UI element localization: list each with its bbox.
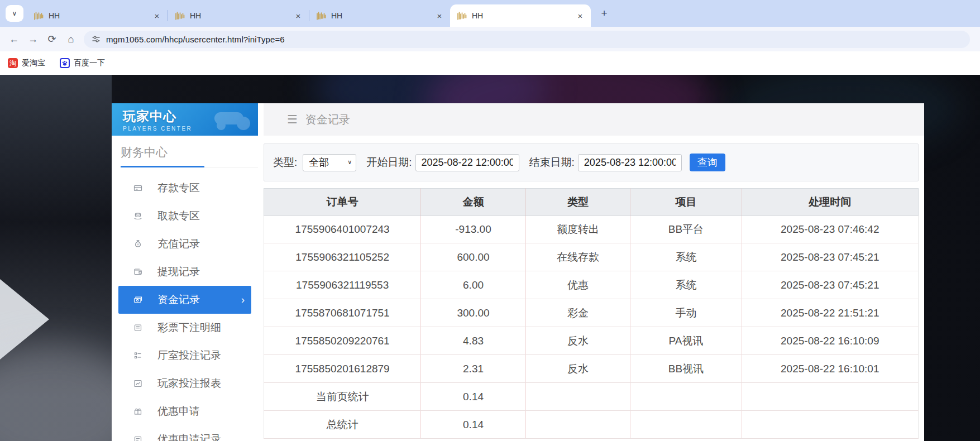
site-settings-icon[interactable] (92, 35, 101, 44)
site-favicon (175, 12, 185, 20)
cell-page-total-label: 当前页统计 (264, 383, 421, 411)
close-icon[interactable]: × (575, 11, 585, 21)
baidu-paw-icon (60, 58, 70, 68)
table-row: 1755906401007243 -913.00 额度转出 BB平台 2025-… (264, 215, 919, 243)
sidebar: 玩家中心 PLAYERS CENTER 财务中心 (112, 103, 258, 441)
tab-search-button[interactable]: ∨ (6, 5, 23, 22)
cell-item: PA视讯 (630, 327, 742, 355)
sidebar-item-lottery-bet-details[interactable]: 彩票下注明细 (112, 314, 258, 342)
sidebar-item-withdrawal-records[interactable]: 提现记录 (112, 258, 258, 286)
cell-order-number: 1755906321105252 (264, 243, 421, 271)
sidebar-item-label: 厅室投注记录 (157, 348, 221, 363)
cell-type: 额度转出 (525, 215, 630, 243)
cell-grand-total-label: 总统计 (264, 411, 421, 439)
browser-tab-2[interactable]: HH × (168, 4, 309, 27)
cell-amount: 6.00 (421, 271, 526, 299)
sidebar-item-fund-records-active[interactable]: 资金记录 › (118, 286, 251, 314)
sidebar-item-withdraw-zone[interactable]: 取款专区 (112, 202, 258, 230)
tab-title: HH (190, 11, 293, 20)
cell-type (525, 411, 630, 439)
table-row-grand-total: 总统计 0.14 (264, 411, 919, 439)
finance-center-section-title: 财务中心 (121, 145, 258, 160)
new-tab-button[interactable]: + (596, 6, 612, 21)
search-button[interactable]: 查询 (690, 154, 725, 171)
sidebar-item-label: 存款专区 (157, 181, 200, 195)
cell-item: 系统 (630, 271, 742, 299)
chevron-down-icon: ∨ (12, 9, 17, 17)
end-date-label: 结束日期: (529, 155, 575, 170)
sidebar-item-promo-application[interactable]: 优惠申请 (112, 397, 258, 425)
fund-records-table: 订单号 金额 类型 项目 处理时间 1755906401007243 -913.… (264, 188, 919, 439)
sidebar-item-player-bet-report[interactable]: 玩家投注报表 (112, 370, 258, 397)
sidebar-item-label: 彩票下注明细 (157, 320, 221, 335)
bookmark-baidu[interactable]: 百度一下 (60, 58, 105, 68)
cell-amount: 4.83 (421, 327, 526, 355)
forward-button[interactable]: → (23, 30, 42, 49)
gift-icon (133, 407, 144, 416)
header-process-time: 处理时间 (742, 189, 918, 215)
cell-amount: 2.31 (421, 355, 526, 383)
type-select[interactable]: 全部 (303, 154, 356, 171)
chevron-right-icon: › (241, 294, 245, 306)
cell-type: 在线存款 (525, 243, 630, 271)
section-divider (121, 167, 258, 167)
cell-amount: 0.14 (421, 383, 526, 411)
cash-icon (133, 295, 144, 304)
reload-button[interactable]: ⟳ (42, 30, 61, 49)
content-area: 类型: 全部 ∨ 开始日期: 结束日期: 查询 (258, 136, 924, 439)
browser-tab-3[interactable]: HH × (309, 4, 450, 27)
hamburger-menu-icon[interactable]: ☰ (287, 113, 298, 126)
cell-order-number: 1755906401007243 (264, 215, 421, 243)
end-date-input[interactable] (578, 154, 682, 171)
svg-text:¥: ¥ (137, 243, 139, 246)
cell-item: 系统 (630, 243, 742, 271)
cell-process-time (742, 383, 918, 411)
cell-order-number: 1755870681071751 (264, 299, 421, 327)
back-button[interactable]: ← (4, 30, 23, 49)
site-favicon (34, 12, 44, 20)
filter-bar: 类型: 全部 ∨ 开始日期: 结束日期: 查询 (264, 143, 919, 181)
site-favicon (316, 12, 326, 20)
sidebar-item-hall-bet-records[interactable]: 厅室投注记录 (112, 342, 258, 370)
browser-tab-1[interactable]: HH × (27, 4, 168, 27)
home-button[interactable]: ⌂ (61, 30, 80, 49)
sidebar-item-label: 优惠申请记录 (157, 432, 221, 441)
start-date-input[interactable] (415, 154, 519, 171)
cell-process-time (742, 411, 918, 439)
header-amount: 金额 (421, 189, 526, 215)
sidebar-item-label: 玩家投注报表 (157, 376, 221, 391)
browser-tab-strip: ∨ HH × HH × HH × (0, 0, 980, 27)
cell-process-time: 2025-08-22 16:10:09 (742, 327, 918, 355)
cell-item: BB视讯 (630, 355, 742, 383)
start-date-label: 开始日期: (366, 155, 412, 170)
page-viewport: 玩家中心 PLAYERS CENTER 财务中心 (0, 75, 980, 441)
bookmark-taobao[interactable]: 淘 爱淘宝 (8, 58, 45, 68)
cell-order-number: 1755850209220761 (264, 327, 421, 355)
close-icon[interactable]: × (434, 11, 444, 21)
record-list-icon (133, 435, 144, 441)
table-header-row: 订单号 金额 类型 项目 处理时间 (264, 189, 919, 215)
sidebar-item-promo-application-records[interactable]: 优惠申请记录 (112, 425, 258, 441)
sidebar-item-deposit-zone[interactable]: 存款专区 (112, 174, 258, 202)
header-type: 类型 (525, 189, 630, 215)
header-item: 项目 (630, 189, 742, 215)
cell-item (630, 383, 742, 411)
player-center-panel: 玩家中心 PLAYERS CENTER 财务中心 (112, 103, 924, 441)
table-row: 1755906321105252 600.00 在线存款 系统 2025-08-… (264, 243, 919, 271)
cell-process-time: 2025-08-23 07:46:42 (742, 215, 918, 243)
withdraw-coins-icon (133, 212, 144, 220)
tab-title: HH (49, 11, 152, 20)
browser-tab-4-active[interactable]: HH × (450, 4, 591, 27)
close-icon[interactable]: × (152, 11, 162, 21)
table-row: 1755906321119553 6.00 优惠 系统 2025-08-23 0… (264, 271, 919, 299)
document-lines-icon (133, 323, 144, 332)
cell-process-time: 2025-08-23 07:45:21 (742, 271, 918, 299)
cell-amount: 600.00 (421, 243, 526, 271)
close-icon[interactable]: × (293, 11, 303, 21)
cell-type: 反水 (525, 327, 630, 355)
cell-process-time: 2025-08-23 07:45:21 (742, 243, 918, 271)
cell-process-time: 2025-08-22 16:10:01 (742, 355, 918, 383)
sidebar-item-recharge-records[interactable]: ¥ 充值记录 (112, 230, 258, 258)
cell-amount: 300.00 (421, 299, 526, 327)
address-bar[interactable]: mgm1065.com/hhcp/usercenter.html?iniType… (84, 31, 970, 48)
